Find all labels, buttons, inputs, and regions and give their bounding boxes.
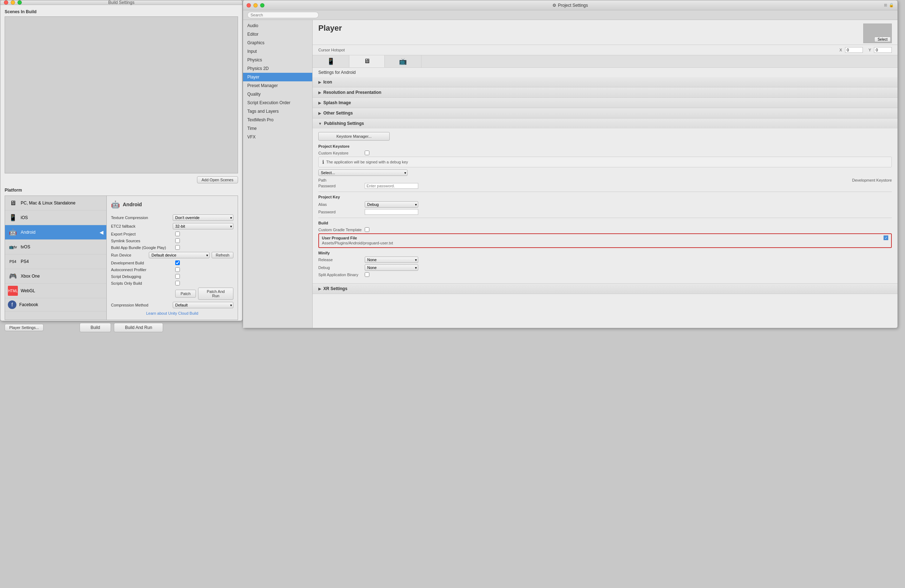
password-input[interactable] — [365, 183, 418, 189]
patch-button[interactable]: Patch — [175, 290, 196, 298]
ps-title-area: ⚙ Project Settings — [553, 3, 588, 8]
keystore-manager-button[interactable]: Keystore Manager... — [318, 132, 390, 141]
nav-item-script-execution[interactable]: Script Execution Order — [243, 98, 312, 107]
build-button[interactable]: Build — [79, 323, 111, 332]
notice-icon: ℹ — [322, 159, 324, 165]
y-input[interactable] — [874, 47, 892, 53]
resolution-collapse-header[interactable]: ▶ Resolution and Presentation — [313, 87, 897, 97]
cloud-build-link[interactable]: Learn about Unity Cloud Build — [111, 311, 233, 315]
nav-item-quality[interactable]: Quality — [243, 90, 312, 98]
splash-collapse-header[interactable]: ▶ Splash Image — [313, 98, 897, 108]
run-device-select[interactable]: Default device — [149, 252, 210, 258]
nav-item-player[interactable]: Player — [243, 73, 312, 81]
minify-debug-label: Debug — [318, 265, 365, 270]
password-input-2[interactable] — [365, 209, 418, 215]
alias-label: Alias — [318, 202, 365, 207]
select-button[interactable]: Select — [874, 37, 891, 42]
ps-close-button[interactable] — [246, 3, 251, 8]
xr-settings-section-label: XR Settings — [323, 286, 347, 291]
add-open-scenes-button[interactable]: Add Open Scenes — [197, 176, 238, 183]
tab-tv[interactable]: 📺 — [385, 55, 421, 67]
minify-debug-select[interactable]: None — [365, 265, 418, 271]
ps-maximize-button[interactable] — [260, 3, 264, 8]
section-divider — [318, 192, 892, 192]
nav-item-preset-manager[interactable]: Preset Manager — [243, 81, 312, 90]
platform-item-ps4[interactable]: PS4 PS4 — [5, 254, 106, 269]
ps-minimize-button[interactable] — [253, 3, 258, 8]
nav-item-audio[interactable]: Audio — [243, 21, 312, 30]
minify-debug-row: Debug None — [318, 265, 892, 271]
autoconnect-profiler-checkbox[interactable] — [175, 267, 180, 272]
android-icon: 🤖 — [8, 227, 18, 237]
publishing-collapse-header[interactable]: ▼ Publishing Settings — [313, 119, 897, 128]
alias-dropdown[interactable]: Debug — [365, 201, 418, 208]
ps-nav: Audio Editor Graphics Input Physics Phys… — [243, 20, 313, 328]
platform-item-xbox[interactable]: 🎮 Xbox One — [5, 269, 106, 284]
compression-method-select[interactable]: Default — [173, 302, 233, 308]
build-and-run-button[interactable]: Build And Run — [114, 323, 163, 332]
platform-item-facebook[interactable]: f Facebook — [5, 298, 106, 311]
icon-collapse-header[interactable]: ▶ Icon — [313, 77, 897, 87]
ps-header-right: Select — [863, 24, 892, 43]
build-settings-title: Build Settings — [108, 0, 134, 5]
run-device-select-wrapper: Default device — [149, 252, 210, 258]
other-settings-collapse-header[interactable]: ▶ Other Settings — [313, 108, 897, 118]
nav-item-physics[interactable]: Physics — [243, 55, 312, 64]
symlink-sources-checkbox[interactable] — [175, 238, 180, 243]
resize-icon: ⊞ — [884, 3, 887, 8]
script-debugging-checkbox[interactable] — [175, 274, 180, 279]
icon-section-label: Icon — [323, 79, 332, 84]
build-app-bundle-checkbox[interactable] — [175, 245, 180, 250]
build-settings-titlebar: Build Settings — [0, 0, 242, 5]
nav-item-vfx[interactable]: VFX — [243, 133, 312, 141]
platform-item-pc[interactable]: 🖥 PC, Mac & Linux Standalone — [5, 196, 106, 211]
path-label: Path — [318, 178, 852, 182]
splash-section-label: Splash Image — [323, 100, 351, 105]
resolution-section: ▶ Resolution and Presentation — [313, 87, 897, 98]
platform-item-android[interactable]: 🤖 Android ◀ — [5, 225, 106, 240]
maximize-button[interactable] — [17, 0, 22, 5]
platform-item-tvos[interactable]: 📺tv tvOS — [5, 240, 106, 254]
refresh-button[interactable]: Refresh — [212, 252, 233, 258]
custom-keystore-checkbox[interactable] — [365, 151, 369, 155]
nav-item-editor[interactable]: Editor — [243, 30, 312, 38]
publishing-section-label: Publishing Settings — [324, 121, 364, 126]
proguard-checkbox[interactable]: ✓ — [884, 236, 888, 240]
platform-item-webgl[interactable]: HTML WebGL — [5, 284, 106, 298]
nav-item-time[interactable]: Time — [243, 124, 312, 133]
nav-item-graphics[interactable]: Graphics — [243, 38, 312, 47]
player-settings-button[interactable]: Player Settings... — [5, 324, 43, 331]
tab-tablet[interactable]: 🖥 — [349, 55, 385, 67]
xr-settings-section: ▶ XR Settings — [313, 284, 897, 294]
development-build-checkbox[interactable] — [175, 260, 180, 265]
xr-settings-collapse-header[interactable]: ▶ XR Settings — [313, 284, 897, 294]
nav-item-input[interactable]: Input — [243, 47, 312, 55]
keystore-select-wrapper: Select... — [318, 170, 892, 176]
ps-search-input[interactable] — [247, 12, 319, 18]
platform-list: 🖥 PC, Mac & Linux Standalone 📱 iOS 🤖 And… — [5, 195, 106, 320]
nav-item-physics2d[interactable]: Physics 2D — [243, 64, 312, 73]
tab-mobile[interactable]: 📱 — [313, 55, 349, 67]
script-debugging-row: Script Debugging — [111, 274, 233, 279]
minimize-button[interactable] — [11, 0, 15, 5]
custom-gradle-checkbox[interactable] — [365, 227, 369, 232]
platform-item-ios[interactable]: 📱 iOS — [5, 211, 106, 225]
split-app-binary-checkbox[interactable] — [365, 272, 369, 277]
minify-release-select[interactable]: None — [365, 257, 418, 263]
scenes-area — [5, 16, 238, 173]
proguard-path: Assets/Plugins/Android/proguard-user.txt — [322, 240, 888, 246]
texture-compression-select[interactable]: Don't override — [173, 214, 233, 221]
icon-collapse-arrow: ▶ — [318, 80, 321, 84]
close-button[interactable] — [4, 0, 8, 5]
patch-and-run-button[interactable]: Patch And Run — [198, 288, 233, 300]
nav-item-textmesh-pro[interactable]: TextMesh Pro — [243, 116, 312, 124]
x-input[interactable] — [845, 47, 863, 53]
nav-item-tags-layers[interactable]: Tags and Layers — [243, 107, 312, 116]
ps4-icon: PS4 — [8, 257, 18, 266]
export-project-checkbox[interactable] — [175, 231, 180, 236]
script-debugging-label: Script Debugging — [111, 274, 175, 279]
etc2-fallback-label: ETC2 fallback — [111, 224, 173, 228]
scripts-only-build-checkbox[interactable] — [175, 281, 180, 285]
keystore-dropdown[interactable]: Select... — [318, 170, 408, 176]
etc2-fallback-select[interactable]: 32-bit — [173, 223, 233, 230]
